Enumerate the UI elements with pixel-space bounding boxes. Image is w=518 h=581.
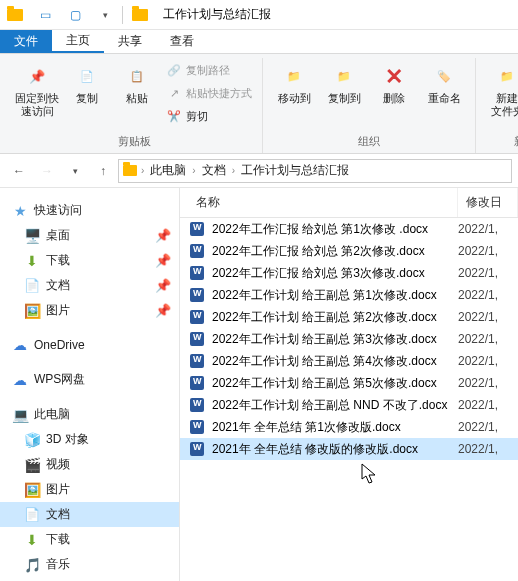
crumb-documents[interactable]: 文档: [200, 162, 228, 179]
sidebar-documents-pc[interactable]: 📄文档: [0, 502, 179, 527]
file-row[interactable]: 2022年工作计划 给王副总 第4次修改.docx2022/1,: [180, 350, 518, 372]
desktop-icon: 🖥️: [24, 228, 40, 244]
forward-button[interactable]: →: [34, 158, 60, 184]
file-name: 2022年工作汇报 给刘总 第3次修改.docx: [212, 265, 458, 282]
file-row[interactable]: 2022年工作计划 给王副总 第3次修改.docx2022/1,: [180, 328, 518, 350]
separator: [122, 6, 123, 24]
tab-file[interactable]: 文件: [0, 30, 52, 53]
recent-dropdown[interactable]: ▾: [62, 158, 88, 184]
file-name: 2021年 全年总结 第1次修改版.docx: [212, 419, 458, 436]
file-date: 2022/1,: [458, 266, 518, 280]
sidebar-downloads[interactable]: ⬇下载📌: [0, 248, 179, 273]
chevron-right-icon[interactable]: ›: [139, 165, 146, 176]
word-doc-icon: [188, 220, 206, 238]
shortcut-icon: ↗: [166, 85, 182, 101]
file-row[interactable]: 2022年工作汇报 给刘总 第2次修改.docx2022/1,: [180, 240, 518, 262]
sidebar-documents[interactable]: 📄文档📌: [0, 273, 179, 298]
crumb-current[interactable]: 工作计划与总结汇报: [239, 162, 351, 179]
file-date: 2022/1,: [458, 376, 518, 390]
file-row[interactable]: 2022年工作汇报 给刘总 第1次修改 .docx2022/1,: [180, 218, 518, 240]
file-row[interactable]: 2022年工作汇报 给刘总 第3次修改.docx2022/1,: [180, 262, 518, 284]
tab-view[interactable]: 查看: [156, 30, 208, 53]
copy-to-button[interactable]: 📁 复制到: [321, 58, 367, 105]
pin-icon: 📌: [155, 253, 171, 268]
copy-path-button[interactable]: 🔗复制路径: [164, 60, 254, 80]
move-icon: 📁: [280, 62, 308, 90]
file-row[interactable]: 2022年工作计划 给王副总 第2次修改.docx2022/1,: [180, 306, 518, 328]
window-folder-icon: [129, 4, 151, 26]
document-icon: 📄: [24, 507, 40, 523]
qat-new-icon[interactable]: ▢: [64, 4, 86, 26]
download-icon: ⬇: [24, 532, 40, 548]
qat-properties-icon[interactable]: ▭: [34, 4, 56, 26]
word-doc-icon: [188, 352, 206, 370]
cut-icon: ✂️: [166, 108, 182, 124]
delete-icon: ✕: [380, 62, 408, 90]
file-name: 2022年工作计划 给王副总 第2次修改.docx: [212, 309, 458, 326]
col-modified[interactable]: 修改日: [458, 188, 518, 217]
content-area: ★快速访问 🖥️桌面📌 ⬇下载📌 📄文档📌 🖼️图片📌 ☁OneDrive ☁W…: [0, 188, 518, 581]
file-row[interactable]: 2021年 全年总结 第1次修改版.docx2022/1,: [180, 416, 518, 438]
sidebar-music[interactable]: 🎵音乐: [0, 552, 179, 577]
paste-icon: 📋: [123, 62, 151, 90]
file-date: 2022/1,: [458, 332, 518, 346]
music-icon: 🎵: [24, 557, 40, 573]
paste-shortcut-button[interactable]: ↗粘贴快捷方式: [164, 83, 254, 103]
address-bar[interactable]: › 此电脑 › 文档 › 工作计划与总结汇报: [118, 159, 512, 183]
rename-button[interactable]: 🏷️ 重命名: [421, 58, 467, 105]
sidebar-pictures[interactable]: 🖼️图片📌: [0, 298, 179, 323]
back-button[interactable]: ←: [6, 158, 32, 184]
folder-icon: [4, 4, 26, 26]
group-label-clipboard: 剪贴板: [118, 132, 151, 153]
rename-icon: 🏷️: [430, 62, 458, 90]
word-doc-icon: [188, 374, 206, 392]
sidebar-quick-access[interactable]: ★快速访问: [0, 198, 179, 223]
new-folder-button[interactable]: 📁 新建 文件夹: [484, 58, 518, 118]
cut-button[interactable]: ✂️剪切: [164, 106, 254, 126]
pin-quick-access-button[interactable]: 📌 固定到快 速访问: [14, 58, 60, 118]
pin-icon: 📌: [155, 228, 171, 243]
sidebar-thispc[interactable]: 💻此电脑: [0, 402, 179, 427]
qat-dropdown-icon[interactable]: ▾: [94, 4, 116, 26]
sidebar-downloads-pc[interactable]: ⬇下载: [0, 527, 179, 552]
sidebar-desktop[interactable]: 🖥️桌面📌: [0, 223, 179, 248]
tab-home[interactable]: 主页: [52, 30, 104, 53]
word-doc-icon: [188, 418, 206, 436]
ribbon-tabs: 文件 主页 共享 查看: [0, 30, 518, 54]
file-row[interactable]: 2022年工作计划 给王副总 NND 不改了.docx2022/1,: [180, 394, 518, 416]
col-name[interactable]: 名称: [180, 188, 458, 217]
sidebar-pictures-pc[interactable]: 🖼️图片: [0, 477, 179, 502]
word-doc-icon: [188, 308, 206, 326]
chevron-right-icon[interactable]: ›: [190, 165, 197, 176]
copy-icon: 📄: [73, 62, 101, 90]
star-icon: ★: [12, 203, 28, 219]
sidebar-videos[interactable]: 🎬视频: [0, 452, 179, 477]
nav-sidebar: ★快速访问 🖥️桌面📌 ⬇下载📌 📄文档📌 🖼️图片📌 ☁OneDrive ☁W…: [0, 188, 180, 581]
file-date: 2022/1,: [458, 442, 518, 456]
file-row[interactable]: 2022年工作计划 给王副总 第5次修改.docx2022/1,: [180, 372, 518, 394]
tab-share[interactable]: 共享: [104, 30, 156, 53]
file-row[interactable]: 2021年 全年总结 修改版的修改版.docx2022/1,: [180, 438, 518, 460]
copy-button[interactable]: 📄 复制: [64, 58, 110, 105]
word-doc-icon: [188, 286, 206, 304]
picture-icon: 🖼️: [24, 303, 40, 319]
chevron-right-icon[interactable]: ›: [230, 165, 237, 176]
up-button[interactable]: ↑: [90, 158, 116, 184]
file-list-pane: 名称 修改日 2022年工作汇报 给刘总 第1次修改 .docx2022/1,2…: [180, 188, 518, 581]
ribbon-group-new: 📁 新建 文件夹 📄 新: [476, 58, 518, 153]
sidebar-wps[interactable]: ☁WPS网盘: [0, 367, 179, 392]
file-date: 2022/1,: [458, 354, 518, 368]
sidebar-3d-objects[interactable]: 🧊3D 对象: [0, 427, 179, 452]
file-date: 2022/1,: [458, 222, 518, 236]
file-row[interactable]: 2022年工作计划 给王副总 第1次修改.docx2022/1,: [180, 284, 518, 306]
titlebar: ▭ ▢ ▾ 工作计划与总结汇报: [0, 0, 518, 30]
sidebar-onedrive[interactable]: ☁OneDrive: [0, 333, 179, 357]
delete-button[interactable]: ✕ 删除: [371, 58, 417, 105]
cloud-icon: ☁: [12, 337, 28, 353]
move-to-button[interactable]: 📁 移动到: [271, 58, 317, 105]
crumb-thispc[interactable]: 此电脑: [148, 162, 188, 179]
paste-button[interactable]: 📋 粘贴: [114, 58, 160, 105]
column-headers: 名称 修改日: [180, 188, 518, 218]
word-doc-icon: [188, 264, 206, 282]
file-name: 2021年 全年总结 修改版的修改版.docx: [212, 441, 458, 458]
